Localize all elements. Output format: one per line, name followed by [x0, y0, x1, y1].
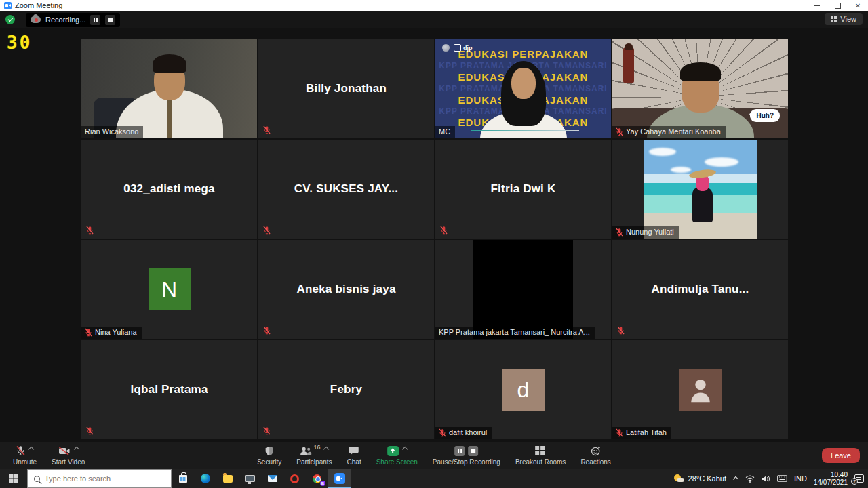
taskbar-search[interactable]	[27, 469, 172, 488]
participant-tile[interactable]: ddafit khoirul	[435, 340, 611, 439]
video-off-icon	[58, 447, 71, 455]
muted-mic-icon	[86, 226, 94, 235]
participant-name: 032_adisti mega	[81, 140, 257, 239]
notification-count-badge: 7	[851, 478, 858, 485]
touch-keyboard-icon[interactable]	[777, 475, 787, 482]
recording-indicator: Recording...	[26, 13, 120, 27]
muted-mic-icon	[263, 426, 271, 435]
name-label: Latifah Tifah	[612, 427, 671, 439]
taskbar-clock[interactable]: 10.40 14/07/2021	[814, 471, 848, 487]
mic-options-chevron-icon[interactable]	[28, 446, 33, 451]
participant-tile[interactable]: Iqbal Pratama	[81, 340, 257, 439]
participant-tile[interactable]: EDUKASI PERPAJAKANKPP PRATAMA JAKARTA TA…	[435, 39, 611, 138]
share-screen-button[interactable]: Share Screen	[369, 442, 425, 469]
participant-tile[interactable]: Febry	[258, 340, 434, 439]
webcam-video	[644, 140, 757, 239]
participant-name: Iqbal Pratama	[81, 340, 257, 439]
view-label: View	[840, 15, 856, 23]
encryption-shield-icon[interactable]	[5, 15, 15, 24]
view-button[interactable]: View	[825, 13, 863, 25]
taskbar-file-explorer-icon[interactable]	[216, 469, 239, 488]
participant-name: Andimulja Tanu...	[612, 240, 788, 339]
stop-recording-button[interactable]	[105, 15, 115, 25]
taskbar-opera-icon[interactable]	[283, 469, 306, 488]
breakout-rooms-button[interactable]: Breakout Rooms	[508, 442, 573, 469]
muted-mic	[86, 226, 94, 235]
zoom-meeting-window: Zoom Meeting ✕ Recording... View 30 Rian…	[0, 0, 868, 488]
participant-tile[interactable]: Latifah Tifah	[612, 340, 788, 439]
chat-bubble-icon	[349, 446, 359, 455]
speaker-icon[interactable]	[762, 475, 770, 483]
participants-button[interactable]: 16 Participants	[289, 442, 339, 469]
minimize-button[interactable]	[807, 0, 827, 11]
djp-logo: djp	[454, 44, 473, 52]
participants-label: Participants	[296, 458, 332, 466]
leave-button[interactable]: Leave	[822, 448, 860, 463]
pause-stop-recording-button[interactable]: Pause/Stop Recording	[425, 442, 508, 469]
chat-button[interactable]: Chat	[340, 442, 369, 469]
avatar	[679, 369, 722, 411]
overlay-timer: 30	[7, 33, 32, 53]
virtual-background: EDUKASI PERPAJAKANKPP PRATAMA JAKARTA TA…	[435, 39, 611, 138]
pause-stop-recording-label: Pause/Stop Recording	[433, 458, 500, 466]
participant-tile[interactable]: Billy Jonathan	[258, 39, 434, 138]
participant-tile[interactable]: Andimulja Tanu...	[612, 240, 788, 339]
video-options-chevron-icon[interactable]	[74, 446, 79, 451]
muted-mic	[617, 326, 625, 335]
security-shield-icon	[264, 446, 274, 456]
taskbar-store-icon[interactable]	[172, 469, 194, 488]
participant-name: Billy Jonathan	[258, 39, 434, 138]
participant-tile[interactable]: Aneka bisnis jaya	[258, 240, 434, 339]
muted-mic-icon	[617, 326, 625, 335]
pause-recording-button[interactable]	[90, 15, 100, 25]
participant-tile[interactable]: NNina Yuliana	[81, 240, 257, 339]
name-label: Nunung Yuliati	[612, 226, 679, 239]
start-video-button[interactable]: Start Video	[44, 442, 92, 469]
action-center-icon[interactable]: 7	[854, 474, 864, 483]
participant-tile[interactable]: CV. SUKSES JAY...	[258, 140, 434, 239]
name-label: Rian Wicaksono	[81, 126, 143, 138]
taskbar-zoom-icon[interactable]	[328, 469, 351, 488]
participant-tile[interactable]: Huh?Yay Cahaya Mentari Koanba	[612, 39, 788, 138]
taskbar-edge-icon[interactable]	[194, 469, 216, 488]
close-button[interactable]: ✕	[848, 0, 868, 11]
search-input[interactable]	[45, 474, 160, 483]
wifi-icon[interactable]	[745, 475, 755, 483]
restore-button[interactable]	[827, 0, 848, 11]
participant-tile[interactable]: 032_adisti mega	[81, 140, 257, 239]
language-indicator[interactable]: IND	[794, 474, 807, 483]
weather-icon	[674, 474, 684, 483]
share-screen-icon	[387, 446, 399, 456]
muted-mic-icon	[616, 428, 623, 437]
gallery-grid-icon	[831, 16, 837, 22]
muted-mic	[263, 326, 271, 335]
participant-tile[interactable]: Fitria Dwi K	[435, 140, 611, 239]
participant-tile[interactable]: KPP Pratama jakarta Tamansari_ Nurcitra …	[435, 240, 611, 339]
taskbar-chrome-icon[interactable]: B	[306, 469, 328, 488]
muted-mic-icon	[85, 328, 92, 337]
avatar: d	[502, 369, 545, 411]
tray-expand-chevron-icon[interactable]	[733, 476, 738, 481]
taskbar-mail-icon[interactable]	[261, 469, 283, 488]
participant-tile[interactable]: Rian Wicaksono	[81, 39, 257, 138]
pause-recording-icon[interactable]	[454, 446, 465, 456]
muted-mic	[86, 426, 94, 435]
start-button[interactable]	[0, 469, 27, 488]
participant-name: CV. SUKSES JAY...	[258, 140, 434, 239]
muted-mic-icon	[86, 426, 94, 435]
weather-widget[interactable]: 28°C Kabut	[674, 474, 726, 483]
participants-count: 16	[313, 444, 320, 451]
breakout-rooms-label: Breakout Rooms	[515, 458, 566, 466]
unmute-button[interactable]: Unmute	[5, 442, 44, 469]
participant-tile[interactable]: Nunung Yuliati	[612, 140, 788, 239]
meeting-toolbar: Unmute Start Video Security 16	[0, 442, 868, 469]
title-bar: Zoom Meeting ✕	[0, 0, 868, 11]
taskbar-pc-app-icon[interactable]	[239, 469, 261, 488]
reactions-button[interactable]: Reactions	[573, 442, 618, 469]
person-icon	[686, 375, 715, 405]
stop-recording-icon[interactable]	[468, 446, 478, 456]
security-button[interactable]: Security	[250, 442, 289, 469]
participants-chevron-icon[interactable]	[323, 446, 328, 451]
muted-mic	[263, 426, 271, 435]
share-options-chevron-icon[interactable]	[402, 446, 407, 451]
